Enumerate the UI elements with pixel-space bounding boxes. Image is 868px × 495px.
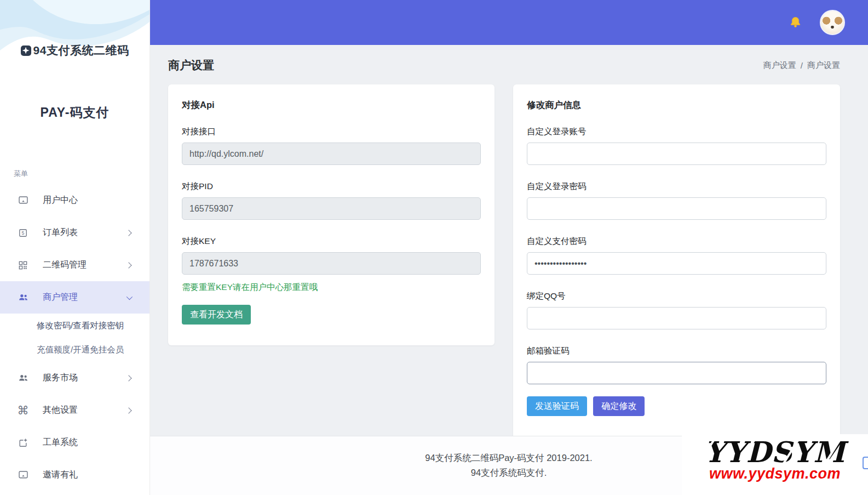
users-icon — [17, 292, 29, 304]
edge-collapsed-widget[interactable] — [863, 457, 868, 469]
api-endpoint-field[interactable] — [182, 143, 481, 165]
api-pid-label: 对接PID — [182, 181, 481, 192]
sidebar-item-label: 订单列表 — [43, 227, 113, 238]
merchant-submenu: 修改密码/查看对接密钥 充值额度/开通免挂会员 — [0, 314, 150, 362]
ticket-plus-icon — [17, 437, 29, 449]
sidebar-item-label: 商户管理 — [43, 292, 113, 303]
api-key-field[interactable] — [182, 252, 481, 275]
api-pid-field[interactable] — [182, 197, 481, 220]
chevron-right-icon — [125, 262, 131, 268]
sidebar-item-other-settings[interactable]: ⌘ 其他设置 — [0, 394, 150, 426]
chevron-down-icon — [127, 293, 133, 299]
main-content: 商户设置 商户设置 / 商户设置 对接Api 对接接口 对接PID 对接KEY … — [150, 45, 868, 495]
sidebar-item-label: 邀请有礼 — [43, 469, 134, 481]
svg-text:5: 5 — [22, 230, 25, 236]
app-logo[interactable]: 94支付系统二维码 — [0, 43, 150, 58]
sidebar-item-ticket-system[interactable]: 工单系统 — [0, 426, 150, 459]
footer-line2: 94支付系统码支付. — [471, 467, 547, 479]
api-key-label: 对接KEY — [182, 236, 481, 247]
merchant-card-heading: 修改商户信息 — [527, 99, 826, 111]
custom-login-password-field[interactable] — [527, 197, 826, 220]
confirm-modify-button[interactable]: 确定修改 — [593, 396, 645, 416]
sidebar-item-merchant-manage[interactable]: 商户管理 — [0, 281, 150, 314]
watermark-title: YYDSYM — [682, 437, 868, 468]
users-icon — [17, 372, 29, 384]
sidebar: 94支付系统二维码 PAY-码支付 菜单 用户中心 5 订单列表 二维码管理 — [0, 0, 150, 495]
page-title: 商户设置 — [168, 58, 214, 73]
custom-pay-password-label: 自定义支付密码 — [527, 236, 826, 247]
sidebar-item-service-market[interactable]: 服务市场 — [0, 362, 150, 394]
star-logo-icon — [21, 45, 31, 56]
monitor-icon — [17, 469, 29, 481]
sidebar-item-label: 用户中心 — [43, 195, 134, 206]
view-docs-button[interactable]: 查看开发文档 — [182, 305, 251, 325]
send-code-button[interactable]: 发送验证码 — [527, 396, 587, 416]
api-endpoint-label: 对接接口 — [182, 126, 481, 138]
sidebar-item-label: 服务市场 — [43, 372, 113, 384]
key-reset-note: 需要重置KEY请在用户中心那重置哦 — [182, 282, 481, 293]
top-bar — [150, 0, 868, 45]
submenu-item-change-password[interactable]: 修改密码/查看对接密钥 — [0, 314, 150, 338]
bind-qq-field[interactable] — [527, 307, 826, 329]
sidebar-item-label: 工单系统 — [43, 437, 134, 448]
breadcrumb-current[interactable]: 商户设置 — [807, 60, 840, 71]
api-settings-card: 对接Api 对接接口 对接PID 对接KEY 需要重置KEY请在用户中心那重置哦… — [168, 84, 495, 345]
qrcode-icon — [17, 259, 29, 271]
custom-account-label: 自定义登录账号 — [527, 126, 826, 138]
email-code-label: 邮箱验证码 — [527, 345, 826, 357]
breadcrumb-parent[interactable]: 商户设置 — [763, 60, 796, 71]
sidebar-item-label: 其他设置 — [43, 405, 113, 416]
sidebar-item-order-list[interactable]: 5 订单列表 — [0, 217, 150, 249]
submenu-item-recharge-quota[interactable]: 充值额度/开通免挂会员 — [0, 338, 150, 362]
api-card-heading: 对接Api — [182, 99, 481, 111]
breadcrumb: 商户设置 / 商户设置 — [763, 60, 840, 71]
bind-qq-label: 绑定QQ号 — [527, 291, 826, 302]
sidebar-item-user-center[interactable]: 用户中心 — [0, 184, 150, 217]
chevron-right-icon — [125, 230, 131, 236]
sidebar-item-qrcode-manage[interactable]: 二维码管理 — [0, 249, 150, 281]
sidebar-item-invite-rewards[interactable]: 邀请有礼 — [0, 459, 150, 491]
breadcrumb-separator: / — [801, 61, 803, 70]
watermark-overlay: YYDSYM www.yydsym.com — [682, 434, 868, 495]
custom-login-password-label: 自定义登录密码 — [527, 181, 826, 192]
custom-account-field[interactable] — [527, 143, 826, 165]
monitor-icon — [17, 195, 29, 207]
brand-name: PAY-码支付 — [0, 104, 150, 121]
merchant-info-card: 修改商户信息 自定义登录账号 自定义登录密码 自定义支付密码 绑定QQ号 邮箱验… — [513, 84, 840, 439]
notification-bell-icon[interactable] — [787, 14, 803, 31]
chevron-right-icon — [125, 407, 131, 413]
sidebar-menu: 用户中心 5 订单列表 二维码管理 商户管理 修改密码/查看对接密钥 充值 — [0, 184, 150, 491]
order-list-icon: 5 — [17, 227, 29, 239]
email-code-field[interactable] — [527, 362, 826, 384]
custom-pay-password-field[interactable] — [527, 252, 826, 275]
user-avatar[interactable] — [820, 10, 845, 35]
chevron-right-icon — [125, 375, 131, 381]
command-icon: ⌘ — [17, 405, 29, 417]
app-title: 94支付系统二维码 — [33, 43, 129, 58]
footer-line1: 94支付系统二维码Pay-码支付 2019-2021. — [425, 452, 592, 464]
menu-section-label: 菜单 — [14, 169, 28, 179]
sidebar-item-label: 二维码管理 — [43, 259, 113, 271]
